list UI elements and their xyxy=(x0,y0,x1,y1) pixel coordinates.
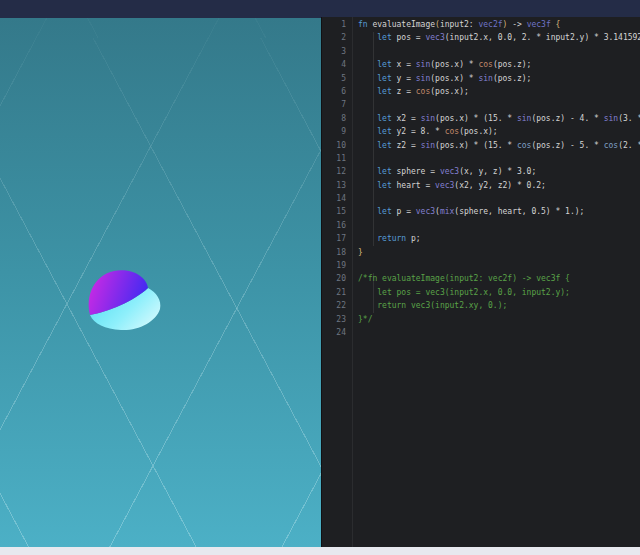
line-number: 19 xyxy=(322,259,348,272)
line-number: 20 xyxy=(322,272,348,285)
line-number: 22 xyxy=(322,299,348,312)
code-line[interactable]: 22 return vec3(input2.xy, 0.); xyxy=(322,299,640,312)
code-line[interactable]: 17 return p; xyxy=(322,232,640,245)
code-editor[interactable]: 1fn evaluateImage(input2: vec2f) -> vec3… xyxy=(321,17,640,547)
line-number: 24 xyxy=(322,326,348,339)
code-line-text: let heart = vec3(x2, y2, z2) * 0.2; xyxy=(358,179,546,192)
code-line-text: let sphere = vec3(x, y, z) * 3.0; xyxy=(358,165,536,178)
code-line[interactable]: 6 let z = cos(pos.x); xyxy=(322,85,640,98)
code-line-text: } xyxy=(358,246,363,259)
code-line-text: let x = sin(pos.x) * cos(pos.z); xyxy=(358,58,531,71)
line-number: 23 xyxy=(322,313,348,326)
code-line[interactable]: 24 xyxy=(322,326,640,339)
code-lines[interactable]: 1fn evaluateImage(input2: vec2f) -> vec3… xyxy=(322,18,640,339)
line-number: 21 xyxy=(322,286,348,299)
code-line[interactable]: 5 let y = sin(pos.x) * sin(pos.z); xyxy=(322,72,640,85)
3d-viewport[interactable] xyxy=(0,18,321,547)
line-number: 1 xyxy=(322,18,348,31)
code-line-text: let pos = vec3(input2.x, 0.0, input2.y); xyxy=(358,286,570,299)
code-line[interactable]: 16 xyxy=(322,219,640,232)
code-line[interactable]: 18} xyxy=(322,246,640,259)
code-line[interactable]: 2 let pos = vec3(input2.x, 0.0, 2. * inp… xyxy=(322,31,640,44)
line-number: 15 xyxy=(322,205,348,218)
line-number: 8 xyxy=(322,112,348,125)
code-line[interactable]: 7 xyxy=(322,98,640,111)
line-number: 6 xyxy=(322,85,348,98)
code-line[interactable]: 10 let z2 = sin(pos.x) * (15. * cos(pos.… xyxy=(322,139,640,152)
code-line-text: let x2 = sin(pos.x) * (15. * sin(pos.z) … xyxy=(358,112,640,125)
line-number: 16 xyxy=(322,219,348,232)
code-line[interactable]: 9 let y2 = 8. * cos(pos.x); xyxy=(322,125,640,138)
code-line[interactable]: 11 xyxy=(322,152,640,165)
line-number: 4 xyxy=(322,58,348,71)
line-number: 10 xyxy=(322,139,348,152)
code-line[interactable]: 1fn evaluateImage(input2: vec2f) -> vec3… xyxy=(322,18,640,31)
code-line[interactable]: 4 let x = sin(pos.x) * cos(pos.z); xyxy=(322,58,640,71)
code-line[interactable]: 15 let p = vec3(mix(sphere, heart, 0.5) … xyxy=(322,205,640,218)
line-number: 2 xyxy=(322,31,348,44)
code-line[interactable]: 14 xyxy=(322,192,640,205)
line-number: 13 xyxy=(322,179,348,192)
code-line-text: /*fn evaluateImage(input2: vec2f) -> vec… xyxy=(358,272,570,285)
code-line-text: fn evaluateImage(input2: vec2f) -> vec3f… xyxy=(358,18,560,31)
code-line-text: let z2 = sin(pos.x) * (15. * cos(pos.z) … xyxy=(358,139,640,152)
line-number: 9 xyxy=(322,125,348,138)
line-number: 18 xyxy=(322,246,348,259)
code-line-text: let y2 = 8. * cos(pos.x); xyxy=(358,125,498,138)
code-line-text: let y = sin(pos.x) * sin(pos.z); xyxy=(358,72,531,85)
code-line[interactable]: 3 xyxy=(322,45,640,58)
code-line[interactable]: 23}*/ xyxy=(322,313,640,326)
code-line[interactable]: 20/*fn evaluateImage(input2: vec2f) -> v… xyxy=(322,272,640,285)
code-line-text: return vec3(input2.xy, 0.); xyxy=(358,299,507,312)
code-line[interactable]: 21 let pos = vec3(input2.x, 0.0, input2.… xyxy=(322,286,640,299)
window-bottom-edge xyxy=(0,547,640,555)
code-line-text: }*/ xyxy=(358,313,372,326)
line-number: 17 xyxy=(322,232,348,245)
code-line-text: let p = vec3(mix(sphere, heart, 0.5) * 1… xyxy=(358,205,584,218)
code-line-text: return p; xyxy=(358,232,421,245)
code-line-text: let pos = vec3(input2.x, 0.0, 2. * input… xyxy=(358,31,640,44)
line-number: 3 xyxy=(322,45,348,58)
line-number: 11 xyxy=(322,152,348,165)
line-number: 7 xyxy=(322,98,348,111)
gradient-blob-mesh xyxy=(84,268,164,333)
code-line[interactable]: 13 let heart = vec3(x2, y2, z2) * 0.2; xyxy=(322,179,640,192)
line-number: 12 xyxy=(322,165,348,178)
line-number: 5 xyxy=(322,72,348,85)
code-line-text: let z = cos(pos.x); xyxy=(358,85,469,98)
code-line[interactable]: 12 let sphere = vec3(x, y, z) * 3.0; xyxy=(322,165,640,178)
code-line[interactable]: 8 let x2 = sin(pos.x) * (15. * sin(pos.z… xyxy=(322,112,640,125)
window-titlebar xyxy=(0,0,640,18)
code-line[interactable]: 19 xyxy=(322,259,640,272)
line-number: 14 xyxy=(322,192,348,205)
